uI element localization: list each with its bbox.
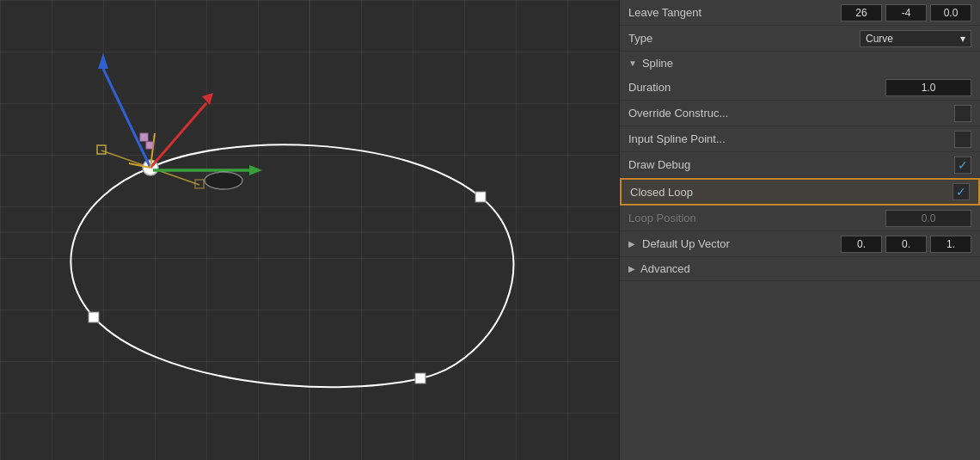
- default-up-arrow-icon: ▶: [628, 239, 635, 248]
- svg-rect-8: [89, 312, 99, 322]
- svg-rect-4: [97, 145, 106, 154]
- svg-rect-6: [475, 192, 486, 202]
- override-construct-row: Override Construc...: [620, 101, 980, 126]
- spline-section-header[interactable]: ▼ Spline: [620, 52, 980, 75]
- type-dropdown-arrow: ▾: [960, 33, 965, 45]
- leave-tangent-y[interactable]: [885, 4, 927, 21]
- properties-panel: Leave Tangent Type Curve ▾ ▼ Spline Dura…: [619, 0, 980, 460]
- svg-marker-11: [249, 165, 262, 175]
- closed-loop-checkbox[interactable]: ✓: [952, 183, 970, 200]
- spline-arrow-icon: ▼: [628, 58, 637, 68]
- advanced-label: Advanced: [640, 262, 690, 275]
- default-up-y[interactable]: [885, 236, 927, 253]
- leave-tangent-values: [841, 4, 971, 21]
- svg-rect-19: [140, 133, 148, 141]
- loop-position-input[interactable]: [885, 210, 971, 227]
- closed-loop-check-icon: ✓: [956, 185, 966, 199]
- duration-row: Duration: [620, 75, 980, 101]
- leave-tangent-z[interactable]: [930, 4, 971, 21]
- override-construct-checkbox[interactable]: [954, 105, 971, 122]
- draw-debug-checkbox[interactable]: ✓: [954, 156, 971, 174]
- type-label: Type: [628, 32, 853, 45]
- default-up-values: [841, 236, 971, 253]
- svg-line-12: [103, 69, 150, 168]
- input-spline-label: Input Spline Point...: [628, 132, 947, 145]
- spline-viewport: [0, 0, 619, 460]
- leave-tangent-row: Leave Tangent: [620, 0, 980, 26]
- default-up-vector-row: ▶ Default Up Vector: [620, 231, 980, 257]
- advanced-row[interactable]: ▶ Advanced: [620, 257, 980, 281]
- viewport[interactable]: [0, 0, 619, 460]
- default-up-label: Default Up Vector: [642, 237, 834, 250]
- default-up-z[interactable]: [930, 236, 971, 253]
- svg-marker-15: [202, 93, 213, 105]
- closed-loop-row: Closed Loop ✓: [620, 178, 980, 205]
- advanced-arrow-icon: ▶: [628, 264, 635, 273]
- override-construct-label: Override Construc...: [628, 107, 947, 120]
- svg-point-18: [205, 172, 242, 189]
- type-select[interactable]: Curve ▾: [860, 30, 971, 47]
- svg-marker-13: [98, 53, 108, 69]
- svg-rect-7: [415, 373, 426, 383]
- duration-label: Duration: [628, 81, 879, 94]
- leave-tangent-x[interactable]: [841, 4, 882, 21]
- draw-debug-check-icon: ✓: [958, 158, 968, 172]
- duration-input[interactable]: [885, 79, 971, 96]
- spline-section-label: Spline: [642, 57, 673, 70]
- leave-tangent-label: Leave Tangent: [628, 6, 834, 19]
- draw-debug-row: Draw Debug ✓: [620, 152, 980, 178]
- loop-position-row: Loop Position: [620, 205, 980, 231]
- input-spline-point-row: Input Spline Point...: [620, 126, 980, 152]
- draw-debug-label: Draw Debug: [628, 158, 947, 171]
- type-value: Curve: [866, 33, 893, 45]
- loop-position-label: Loop Position: [628, 212, 879, 224]
- default-up-x[interactable]: [841, 236, 882, 253]
- type-row: Type Curve ▾: [620, 26, 980, 52]
- closed-loop-label: Closed Loop: [630, 186, 946, 199]
- svg-rect-20: [146, 142, 153, 149]
- input-spline-checkbox[interactable]: [954, 131, 971, 148]
